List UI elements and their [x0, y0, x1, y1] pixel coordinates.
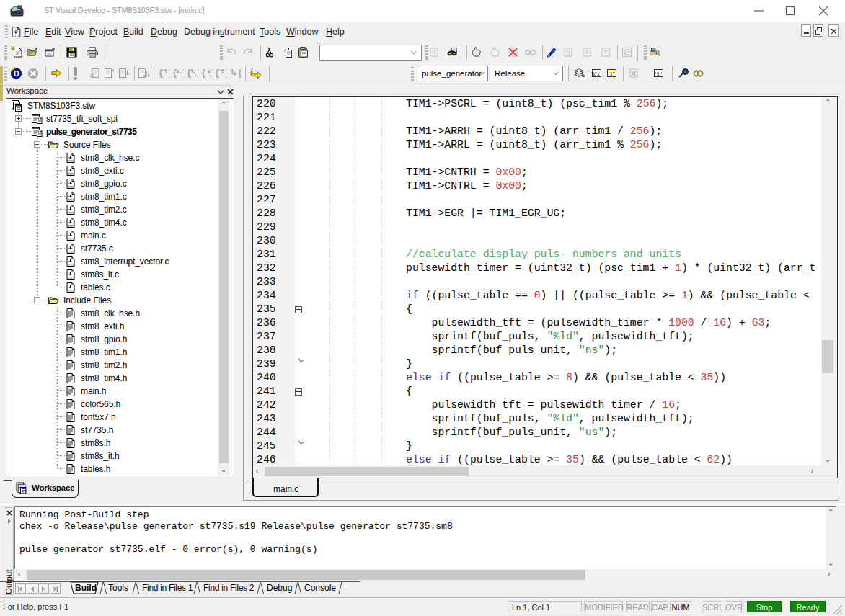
svg-text:Console: Console	[304, 583, 336, 593]
svg-text:D: D	[14, 69, 19, 78]
svg-text:↳{}: ↳{}	[231, 68, 241, 79]
svg-text:Debug: Debug	[267, 583, 292, 593]
svg-text:Find in Files 1: Find in Files 1	[142, 583, 193, 593]
svg-text:Find in Files 2: Find in Files 2	[203, 583, 255, 593]
svg-text:Tools: Tools	[108, 583, 128, 593]
svg-text:Build: Build	[75, 583, 97, 593]
svg-text:{·}: {·}	[201, 68, 213, 79]
